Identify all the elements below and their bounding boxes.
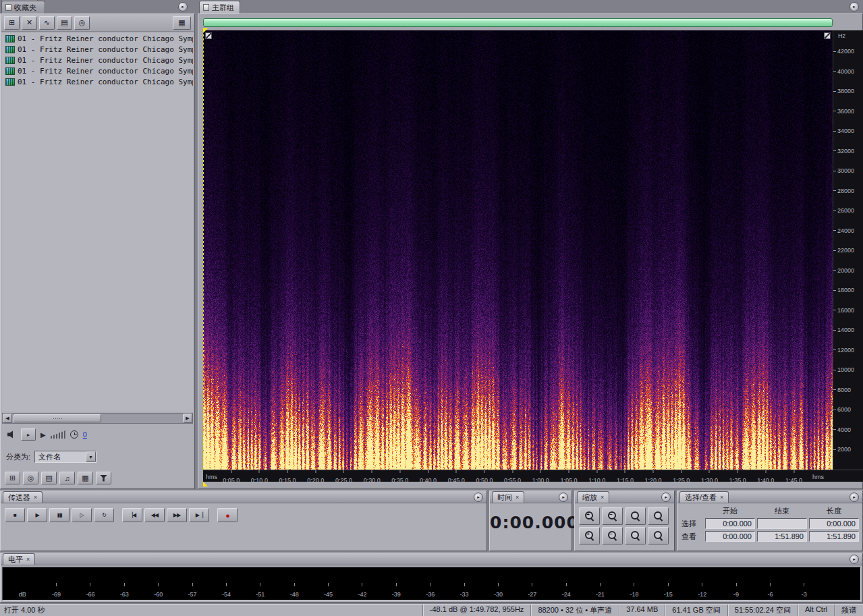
zoom-in-horizontal-button[interactable]: + [579,507,600,525]
panel-menu-button[interactable]: ▸ [850,493,859,502]
status-segment: 51:55:02.24 空间 [727,605,798,616]
fast-forward-button[interactable]: ▶▶ [167,508,187,522]
view-end-field[interactable]: 1:51.890 [757,531,807,542]
show-audio-files-toggle[interactable]: ⊞ [5,472,20,484]
tab-zoom[interactable]: 缩放 × [577,491,609,503]
record-button[interactable]: ● [217,508,238,522]
file-list-item[interactable]: 01 - Fritz Reiner conductor Chicago Symp [2,33,193,44]
selection-end-field[interactable] [757,518,807,529]
sort-by-dropdown[interactable]: 文件名 ▼ [34,451,96,463]
edit-file-button[interactable]: ∿ [39,16,55,30]
view-start-field[interactable]: 0:00.000 [705,531,755,542]
panel-menu-button[interactable]: ▸ [559,493,568,502]
db-scale-label: -60 [142,583,175,599]
sort-by-value: 文件名 [35,452,86,462]
tab-label: 缩放 [582,493,597,503]
file-list-item[interactable]: 01 - Fritz Reiner conductor Chicago Symp [2,55,193,65]
follow-playback-button[interactable]: ▸ [21,428,36,441]
playhead-marker-top[interactable] [203,28,208,33]
time-panel: 时间 × ▸ 0:00.000 [489,491,572,551]
zoom-to-selection-button[interactable] [625,507,646,525]
follow-icon: ▸ [27,432,30,438]
pan-handle-right[interactable] [824,32,831,39]
show-markers-toggle[interactable]: ▦ [78,472,93,484]
panel-menu-button[interactable]: ▸ [178,2,188,11]
files-panel-tab[interactable]: 收藏夹 [1,1,45,13]
insert-into-cd-button[interactable]: ◎ [74,16,90,30]
show-loop-files-toggle[interactable]: ◎ [23,472,38,484]
selection-length-field[interactable]: 0:00.000 [809,518,859,529]
horizontal-zoom-navigation-bar[interactable] [203,18,833,27]
panel-menu-button[interactable]: ▸ [850,2,859,11]
time-ruler[interactable]: hms hms 0:05.00:10.00:15.00:20.00:25.00:… [203,470,863,482]
close-icon[interactable]: × [26,556,30,563]
time-tick: 1:20.0 [645,470,662,485]
zoom-in-vertical-button[interactable]: + [579,527,600,544]
db-scale-label: -27 [516,583,549,599]
close-icon[interactable]: × [34,494,37,501]
selection-row-label: 选择 [681,519,703,529]
preview-play-button[interactable]: ▶ [40,431,46,439]
scrollbar-thumb[interactable] [13,414,101,422]
scroll-right-arrow[interactable]: ▶ [183,414,192,423]
pause-button[interactable]: ▮▮ [49,508,69,522]
preview-volume-meter[interactable] [51,430,65,439]
zoom-full-button[interactable] [648,507,669,525]
level-meter[interactable]: dB-69-66-63-60-57-54-51-48-45-42-39-36-3… [2,567,861,600]
tab-main-group[interactable]: 主群组 [199,1,240,13]
stop-button[interactable]: ■ [5,508,25,522]
panel-menu-button[interactable]: ▸ [850,555,859,564]
view-length-field[interactable]: 1:51.890 [809,531,859,542]
zoom-out-vertical-button[interactable]: − [602,527,623,544]
toolbar-icon: ✕ [26,18,32,27]
insert-into-multitrack-button[interactable]: ▤ [57,16,72,30]
chevron-down-icon[interactable]: ▼ [86,451,96,462]
play-looped-button[interactable]: ↻ [94,508,114,522]
file-list-item[interactable]: 01 - Fritz Reiner conductor Chicago Symp [2,65,193,76]
file-list-item[interactable]: 01 - Fritz Reiner conductor Chicago Symp [2,44,193,55]
speaker-icon[interactable] [7,430,16,439]
loop-duration-clock-icon[interactable] [70,430,78,439]
db-scale-label: -39 [379,583,413,599]
show-video-files-toggle[interactable]: ▤ [41,472,57,484]
close-file-button[interactable]: ✕ [22,16,37,30]
time-tick: 0:05.0 [223,470,240,485]
zoom-out-horizontal-button[interactable]: − [602,507,623,525]
panel-menu-button[interactable]: ▸ [474,493,483,502]
show-midi-files-toggle[interactable]: ♫ [59,472,75,484]
zoom-left-edge-button[interactable] [625,527,646,544]
time-tick: 1:00.0 [532,470,549,485]
filter-toggle[interactable] [96,472,111,484]
close-icon[interactable]: × [516,494,519,501]
db-scale-label: -57 [175,583,209,599]
zoom-right-edge-button[interactable] [648,527,669,544]
go-to-start-button[interactable]: ▕◀ [122,508,142,522]
rewind-button[interactable]: ◀◀ [144,508,165,522]
close-icon[interactable]: × [720,494,723,501]
scroll-left-arrow[interactable]: ◀ [3,414,12,423]
play-button[interactable]: ▶ [27,508,47,522]
play-from-cursor-button[interactable]: ▷ [72,508,92,522]
playhead-line[interactable] [203,30,204,470]
import-file-button[interactable]: ⊞ [4,16,20,30]
selection-start-field[interactable]: 0:00.000 [705,518,755,529]
panel-options-button[interactable]: ▦ [173,16,191,30]
go-to-end-button[interactable]: ▶▕ [189,508,209,522]
panel-menu-button[interactable]: ▸ [661,493,671,502]
tab-selection-view[interactable]: 选择/查看 × [679,491,729,503]
pan-handle-left[interactable] [205,32,212,39]
tab-levels[interactable]: 电平 × [3,553,35,565]
tab-transport[interactable]: 传送器 × [3,491,43,503]
loop-count-link[interactable]: 0 [83,430,87,439]
time-tick: 1:25.0 [673,470,690,485]
frequency-ruler[interactable]: Hz 4200040000380003600034000320003000028… [833,30,863,470]
close-icon[interactable]: × [601,494,604,501]
playhead-marker-bottom[interactable] [203,482,208,486]
file-list[interactable]: 01 - Fritz Reiner conductor Chicago Symp… [2,33,193,412]
file-list-hscrollbar[interactable]: ◀ ▶ [2,413,193,424]
file-list-item[interactable]: 01 - Fritz Reiner conductor Chicago Symp [2,76,193,87]
tab-time[interactable]: 时间 × [492,491,524,503]
time-display[interactable]: 0:00.000 [490,513,572,532]
spectrogram[interactable] [203,30,833,470]
spectrogram-canvas[interactable] [203,30,833,470]
